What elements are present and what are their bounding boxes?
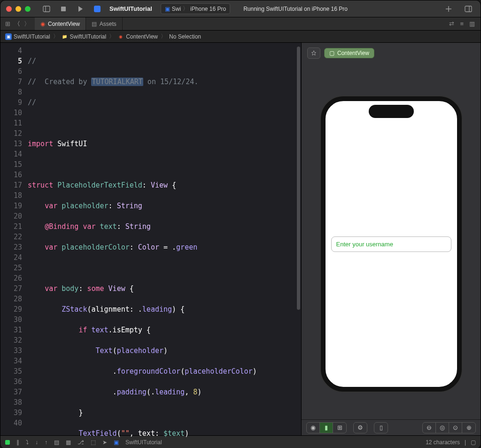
app-icon <box>91 5 104 13</box>
scheme-selector[interactable]: ▣ Swi 〉 iPhone 16 Pro <box>161 3 230 14</box>
nav-forward-icon[interactable]: 〉 <box>24 20 30 28</box>
svg-rect-2 <box>61 7 66 11</box>
zoom-actual-button[interactable]: ⊙ <box>449 423 462 433</box>
device-settings-button[interactable]: ⚙ <box>354 423 367 433</box>
stop-icon[interactable] <box>57 5 70 13</box>
scheme-app-icon: ▣ <box>165 6 170 12</box>
window-close[interactable] <box>6 6 12 12</box>
project-icon: ▣ <box>5 33 12 40</box>
breadcrumb-project: SwiftUITutorial <box>14 33 50 40</box>
line-gutter: 4567891011121314151617181920212223242526… <box>0 43 28 435</box>
svg-rect-0 <box>43 6 50 12</box>
plus-icon[interactable] <box>442 5 455 13</box>
preview-label: ContentView <box>337 50 369 56</box>
breadcrumb-folder: SwiftUITutorial <box>70 33 107 40</box>
build-status-indicator <box>5 440 10 445</box>
window-minimize[interactable] <box>16 6 21 12</box>
chevron-right-icon: 〉 <box>183 5 188 13</box>
variants-button[interactable]: ⊞ <box>333 423 346 433</box>
sidebar-toggle-icon[interactable] <box>40 5 53 13</box>
library-icon[interactable] <box>462 5 475 13</box>
svg-rect-4 <box>465 6 472 12</box>
pin-preview-button[interactable] <box>307 47 320 59</box>
svg-rect-3 <box>94 6 101 12</box>
iphone-simulator: Enter your username <box>321 96 462 392</box>
window-zoom[interactable] <box>25 6 31 12</box>
build-status: Running SwiftUITutorial on iPhone 16 Pro <box>243 6 348 12</box>
live-preview-button[interactable]: ◉ <box>307 423 320 433</box>
orientation-button[interactable]: ▯ <box>374 423 388 433</box>
zoom-out-button[interactable]: ⊖ <box>423 423 436 433</box>
zoom-fit-button[interactable]: ◎ <box>436 423 449 433</box>
swift-icon: ◉ <box>40 21 45 27</box>
file-icon: ▢ <box>329 50 334 56</box>
tab-contentview[interactable]: ◉ ContentView <box>35 17 86 30</box>
scheme-device-label: iPhone 16 Pro <box>190 6 226 12</box>
tab-label: Assets <box>100 21 116 27</box>
preview-selector[interactable]: ▢ ContentView <box>324 48 374 58</box>
breadcrumb-file: ContentView <box>126 33 158 40</box>
folder-icon: 📁 <box>62 33 68 40</box>
code-editor[interactable]: 4567891011121314151617181920212223242526… <box>0 43 301 435</box>
chevron-icon: 〉 <box>53 32 59 40</box>
breadcrumb-selection: No Selection <box>169 33 201 40</box>
username-textfield[interactable]: Enter your username <box>331 236 451 252</box>
panel-toggle-icon[interactable]: ▢ <box>471 439 476 446</box>
char-count: 12 characters <box>426 439 460 446</box>
refresh-icon[interactable]: ⇄ <box>449 20 454 27</box>
inspector-toggle-icon[interactable]: ▥ <box>469 20 475 27</box>
project-name: SwiftUITutorial <box>109 5 152 12</box>
scheme-app-label: Swi <box>172 6 181 12</box>
assets-icon: ▤ <box>92 21 97 27</box>
preview-toolbar: ◉ ▮ ⊞ ⚙ ▯ ⊖ ◎ ⊙ ⊕ <box>302 419 481 435</box>
preview-panel: ▢ ContentView Enter your username ◉ ▮ ⊞ … <box>301 43 481 435</box>
scrollbar[interactable] <box>297 47 300 310</box>
related-items-icon[interactable]: ⊞ <box>5 20 10 27</box>
breadcrumb[interactable]: ▣SwiftUITutorial 〉 📁SwiftUITutorial 〉 ◉C… <box>0 31 481 43</box>
tab-assets[interactable]: ▤ Assets <box>86 17 123 30</box>
pin-icon <box>311 50 317 56</box>
swift-icon: ◉ <box>117 33 124 40</box>
adjust-editor-icon[interactable]: ≡ <box>460 20 464 27</box>
zoom-in-button[interactable]: ⊕ <box>462 423 475 433</box>
run-icon[interactable] <box>74 5 87 13</box>
nav-back-icon[interactable]: 〈 <box>14 20 20 28</box>
selectable-preview-button[interactable]: ▮ <box>320 423 333 433</box>
tab-label: ContentView <box>48 21 80 27</box>
titlebar: SwiftUITutorial ▣ Swi 〉 iPhone 16 Pro Ru… <box>0 0 481 17</box>
pause-icon[interactable]: ∥ <box>16 439 19 446</box>
chevron-icon: 〉 <box>109 32 115 40</box>
code-content[interactable]: // // Created by TUTORIALKART on 15/12/2… <box>28 43 301 435</box>
tab-bar: ⊞ 〈 〉 ◉ ContentView ▤ Assets ⇄ ≡ ▥ <box>0 17 481 31</box>
chevron-icon: 〉 <box>161 32 166 40</box>
